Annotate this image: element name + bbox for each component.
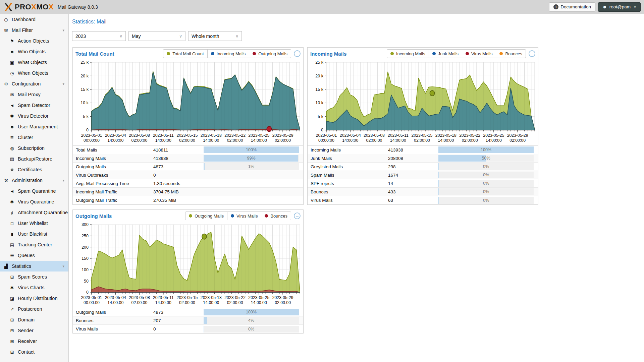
collapse-icon[interactable]: – — [294, 213, 301, 219]
legend-button[interactable]: Junk Mails — [429, 49, 462, 58]
row-label: Bounces — [73, 318, 153, 323]
sidebar-item-mail-proxy[interactable]: ✉Mail Proxy — [0, 89, 68, 100]
sidebar-item-user-whitelist[interactable]: □User Whitelist — [0, 218, 68, 229]
outgoing-mails-chart: 3002502001501005002023-05-0100:00:002023… — [73, 222, 303, 308]
legend-button[interactable]: Outgoing Mails — [249, 49, 291, 58]
sidebar-item-label: Virus Detector — [18, 113, 49, 119]
sidebar-item-statistics[interactable]: ▟Statistics▾ — [0, 261, 68, 272]
table-row: Outgoing Mails48731% — [73, 163, 303, 171]
range-select[interactable]: Whole month∨ — [188, 31, 242, 41]
sidebar-item-label: Contact — [18, 349, 35, 355]
sidebar-item-attachment-quarantine[interactable]: ∮Attachment Quarantine — [0, 207, 68, 218]
sidebar-item-queues[interactable]: ☰Queues — [0, 250, 68, 261]
sidebar-item-mail-filter[interactable]: ✉Mail Filter▾ — [0, 25, 68, 36]
sidebar-item-what-objects[interactable]: ▣What Objects — [0, 57, 68, 68]
svg-text:2023-05-15: 2023-05-15 — [412, 133, 433, 138]
legend-button[interactable]: Virus Mails — [462, 49, 496, 58]
percent-label: 1% — [204, 163, 299, 170]
sidebar-item-virus-detector[interactable]: ✱Virus Detector — [0, 111, 68, 121]
legend-label: Virus Mails — [236, 214, 258, 219]
table-icon: ⊞ — [9, 275, 15, 280]
documentation-button[interactable]: i Documentation — [549, 2, 595, 12]
sidebar-item-receiver[interactable]: ⊞Receiver — [0, 336, 68, 347]
clock-icon: ◷ — [9, 71, 15, 76]
legend-button[interactable]: Total Mail Count — [163, 49, 207, 58]
percent-bar: 100% — [204, 309, 299, 315]
svg-text:10 k: 10 k — [80, 101, 89, 105]
sidebar-item-who-objects[interactable]: ☻Who Objects — [0, 46, 68, 57]
chevron-down-icon[interactable]: ▾ — [62, 178, 64, 183]
sidebar-item-label: Spam Quarantine — [18, 188, 56, 194]
percent-bar: 100% — [204, 146, 299, 153]
proxmox-x-icon — [3, 3, 13, 11]
sidebar-item-label: Cluster — [18, 135, 33, 140]
user-menu-button[interactable]: ☻ root@pam ∨ — [598, 2, 641, 12]
line-chart-icon: ↗ — [9, 307, 15, 312]
stats-table: Total Mails418811100%Incoming Mails41393… — [73, 145, 303, 204]
collapse-icon[interactable]: – — [529, 50, 535, 57]
sidebar-item-tracking-center[interactable]: ▤Tracking Center — [0, 239, 68, 250]
sidebar-item-hourly-distribution[interactable]: ◪Hourly Distribution — [0, 293, 68, 304]
chevron-down-icon[interactable]: ▾ — [62, 264, 64, 268]
server-stack-icon: ≣ — [9, 135, 15, 140]
svg-text:2023-05-22: 2023-05-22 — [224, 295, 246, 300]
sidebar-item-user-blacklist[interactable]: ▮User Blacklist — [0, 229, 68, 239]
sidebar-item-label: Dashboard — [12, 17, 36, 22]
sidebar-item-virus-quarantine[interactable]: ✱Virus Quarantine — [0, 196, 68, 207]
legend-label: Outgoing Mails — [258, 51, 287, 56]
sidebar-item-subscription[interactable]: ◍Subscription — [0, 143, 68, 154]
percent-bar: 100% — [438, 146, 534, 153]
row-value: 0 — [153, 326, 204, 331]
sidebar-item-contact[interactable]: ⊞Contact — [0, 347, 68, 357]
sidebar-item-virus-charts[interactable]: ✱Virus Charts — [0, 282, 68, 293]
sidebar-item-certificates[interactable]: ✵Certificates — [0, 164, 68, 175]
svg-text:2023-05-08: 2023-05-08 — [364, 133, 385, 138]
sidebar-item-label: Statistics — [12, 263, 31, 269]
sidebar-item-sender[interactable]: ⊞Sender — [0, 325, 68, 336]
sidebar-item-spam-scores[interactable]: ⊞Spam Scores — [0, 272, 68, 282]
sidebar-item-configuration[interactable]: ⚙Configuration▾ — [0, 78, 68, 89]
sidebar-item-label: Who Objects — [18, 49, 46, 54]
svg-text:25 k: 25 k — [80, 60, 89, 65]
legend-button[interactable]: Bounces — [261, 212, 291, 220]
sidebar-item-when-objects[interactable]: ◷When Objects — [0, 68, 68, 78]
percent-bar: 0% — [204, 326, 299, 333]
svg-text:100: 100 — [82, 267, 89, 272]
sidebar-item-user-management[interactable]: ☻User Management — [0, 121, 68, 132]
floppy-icon: ▤ — [9, 157, 15, 162]
table-row: Greylisted Mails2980% — [308, 163, 538, 171]
row-value: 1.30 seconds — [153, 181, 204, 186]
legend-button[interactable]: Incoming Mails — [207, 49, 250, 58]
legend-button[interactable]: Bounces — [496, 49, 526, 58]
sidebar-item-spam-quarantine[interactable]: ◄Spam Quarantine — [0, 186, 68, 196]
year-select[interactable]: 2023∨ — [72, 31, 126, 41]
sidebar-item-action-objects[interactable]: ⚑Action Objects — [0, 36, 68, 46]
chevron-down-icon[interactable]: ▾ — [62, 82, 64, 86]
legend-button[interactable]: Outgoing Mails — [185, 212, 227, 220]
wordmark-segment: X — [31, 3, 36, 11]
collapse-icon[interactable]: – — [294, 50, 301, 57]
select-value: May — [132, 34, 141, 39]
legend-button[interactable]: Incoming Mails — [387, 49, 429, 58]
chevron-down-icon[interactable]: ▾ — [62, 28, 64, 33]
month-select[interactable]: May∨ — [128, 31, 185, 41]
row-label: Avg. Mail Processing Time — [73, 181, 153, 186]
legend-button[interactable]: Virus Mails — [227, 212, 261, 220]
sidebar-item-cluster[interactable]: ≣Cluster — [0, 132, 68, 143]
sidebar-item-spam-detector[interactable]: ◄Spam Detector — [0, 100, 68, 111]
svg-text:2023-05-18: 2023-05-18 — [435, 133, 457, 138]
sidebar-item-administration[interactable]: ⚒Administration▾ — [0, 175, 68, 186]
sidebar-item-dashboard[interactable]: ◴Dashboard — [0, 14, 68, 25]
sidebar-item-domain[interactable]: ⊞Domain — [0, 314, 68, 325]
sidebar-item-label: Action Objects — [18, 38, 49, 44]
row-label: Total Mails — [73, 147, 153, 153]
sidebar-item-label: When Objects — [18, 70, 48, 76]
percent-bar: 0% — [438, 163, 534, 170]
sidebar-item-postscreen[interactable]: ↗Postscreen — [0, 304, 68, 314]
table-row: Spam Mails16740% — [308, 171, 538, 179]
sidebar: ◴Dashboard✉Mail Filter▾⚑Action Objects☻W… — [0, 14, 69, 362]
svg-text:14:00:00: 14:00:00 — [203, 300, 219, 305]
sidebar-item-backup-restore[interactable]: ▤Backup/Restore — [0, 154, 68, 164]
map-icon: ▤ — [9, 242, 15, 247]
row-value: 433 — [388, 189, 438, 194]
